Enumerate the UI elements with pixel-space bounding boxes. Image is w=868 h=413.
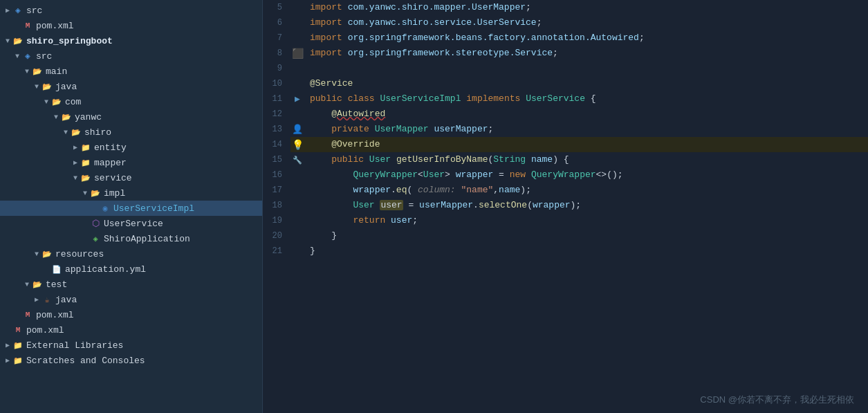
folder-icon [12,355,24,366]
folder-icon [41,248,53,259]
line-code [304,61,868,76]
line-code: @Service [304,76,868,91]
tree-label: impl [104,188,125,199]
tree-label: main [46,66,67,77]
tree-item-shiro[interactable]: shiro [0,125,262,140]
tree-label: UserService [104,219,163,229]
maven-icon [22,20,33,31]
folder-icon [90,187,101,199]
tree-item-application-yml[interactable]: application.yml [0,261,262,277]
tree-item-external-libs[interactable]: External Libraries [0,338,262,353]
line-number: 10 [263,76,290,91]
line-code: QueryWrapper<User> wrapper = new QueryWr… [304,167,868,183]
interface-icon [90,218,101,229]
arrow-icon [80,190,90,197]
arrow-icon [3,6,12,15]
line-number: 9 [263,61,290,76]
tree-item-service[interactable]: service [0,170,262,185]
hint-icon: 💡 [292,140,304,151]
line-code: public class UserServiceImpl implements … [304,91,868,107]
line-number: 20 [263,228,290,244]
folder-icon [32,279,43,290]
folder-icon [80,142,91,153]
tree-item-src[interactable]: src [0,48,262,64]
code-editor: 5 import com.yanwc.shiro.mapper.UserMapp… [263,0,868,413]
code-line-5: 5 import com.yanwc.shiro.mapper.UserMapp… [263,0,868,15]
tree-item-yanwc[interactable]: yanwc [0,109,262,125]
line-code: import org.springframework.stereotype.Se… [304,46,868,61]
line-number: 14 [263,137,290,152]
code-line-19: 19 return user; [263,213,868,228]
line-gutter [290,167,304,183]
line-gutter [290,107,304,122]
tree-item-userserviceimpl[interactable]: UserServiceImpl [0,201,262,216]
tree-item-entity[interactable]: entity [0,140,262,155]
arrow-icon [22,281,32,288]
line-code: import com.yanwc.shiro.service.UserServi… [304,15,868,30]
arrow-icon [41,98,51,106]
line-gutter-14: 💡 [290,137,304,152]
tree-item-main[interactable]: main [0,64,262,79]
arrow-icon [61,129,71,136]
tree-label: entity [94,143,127,153]
code-line-14: 14 💡 @Override [263,137,868,152]
line-code: private UserMapper userMapper; [304,122,868,137]
line-number: 17 [263,183,290,198]
tree-label: ShiroApplication [104,234,190,244]
line-gutter [290,30,304,46]
arrow-icon [51,113,61,121]
code-line-6: 6 import com.yanwc.shiro.service.UserSer… [263,15,868,30]
tree-item-shiro-springboot[interactable]: shiro_springboot [0,33,262,48]
tree-item-src-root[interactable]: src [0,3,262,18]
tree-item-java-test[interactable]: java [0,292,262,307]
tree-item-mapper[interactable]: mapper [0,155,262,170]
code-line-8: 8 ⬛ import org.springframework.stereotyp… [263,46,868,61]
line-number: 18 [263,198,290,213]
debug-icon: 👤 [292,125,303,135]
line-code: } [304,228,868,244]
tree-item-java[interactable]: java [0,79,262,94]
line-number: 11 [263,91,290,107]
tree-item-pom-root2[interactable]: pom.xml [0,322,262,338]
run-icon: ▶ [295,94,300,104]
folder-icon [12,35,24,46]
arrow-icon [71,158,80,167]
line-code: import org.springframework.beans.factory… [304,30,868,46]
arrow-icon [3,341,12,349]
code-line-10: 10 @Service [263,76,868,91]
tree-item-pom-shiro[interactable]: pom.xml [0,307,262,322]
watermark: CSDN @你若不离不弃，我必生死相依 [700,394,854,406]
watermark-text: CSDN @你若不离不弃，我必生死相依 [700,394,854,405]
tree-label: pom.xml [26,325,64,336]
line-gutter [290,198,304,213]
code-line-16: 16 QueryWrapper<User> wrapper = new Quer… [263,167,868,183]
tree-item-shiroapplication[interactable]: ShiroApplication [0,231,262,246]
line-number: 15 [263,152,290,167]
tree-label: pom.xml [36,21,74,31]
line-gutter-13: 👤 [290,122,304,137]
folder-icon [61,111,72,122]
src-icon [12,5,24,16]
line-code: return user; [304,213,868,228]
folder-icon [80,157,91,168]
tree-label: java [55,82,77,92]
arrow-icon [3,37,12,45]
tree-item-test[interactable]: test [0,277,262,292]
line-gutter [290,228,304,244]
tree-item-pom-root[interactable]: pom.xml [0,18,262,33]
line-gutter [290,76,304,91]
tree-item-scratches[interactable]: Scratches and Consoles [0,353,262,368]
line-code: @Override [304,137,868,152]
line-gutter-11: ▶ [290,91,304,107]
arrow-icon [3,356,12,365]
tree-item-com[interactable]: com [0,94,262,109]
tree-label: pom.xml [36,310,74,320]
code-line-21: 21 } [263,244,868,259]
tree-item-userservice[interactable]: UserService [0,216,262,231]
line-gutter-15: 🔧 [290,152,304,167]
tree-item-impl[interactable]: impl [0,185,262,201]
line-number: 21 [263,244,290,259]
code-area[interactable]: 5 import com.yanwc.shiro.mapper.UserMapp… [263,0,868,413]
code-line-18: 18 User user = userMapper.selectOne(wrap… [263,198,868,213]
tree-item-resources[interactable]: resources [0,246,262,261]
